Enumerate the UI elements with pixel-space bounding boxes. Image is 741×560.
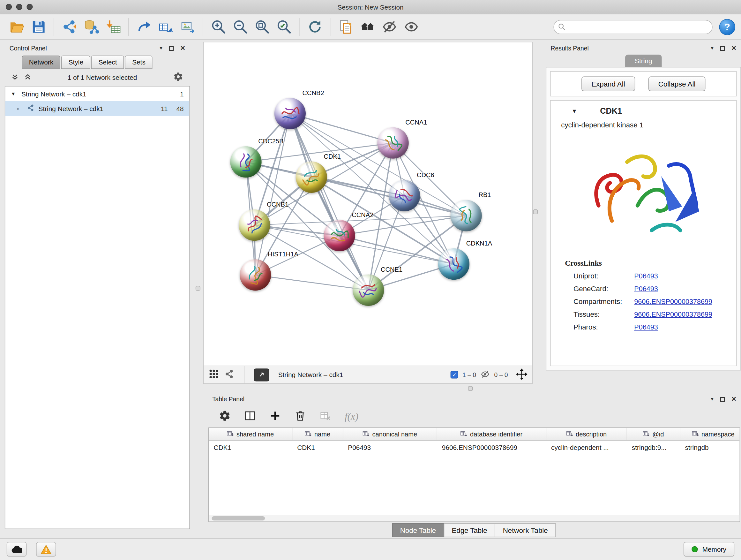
panel-float-icon[interactable] <box>169 46 174 51</box>
show-all-button[interactable] <box>400 16 422 38</box>
table-cell[interactable]: P06493 <box>343 443 437 451</box>
table-cell[interactable]: 9606.ENSP00000378699 <box>437 443 546 451</box>
tree-expand-icon[interactable]: ▼ <box>11 91 17 97</box>
network-node-rb1[interactable] <box>451 200 482 231</box>
pan-crosshair-icon[interactable] <box>516 368 528 381</box>
network-canvas[interactable]: CCNB2CCNA1CDC25BCDK1CDC6RB1CCNB1CCNA2CDK… <box>203 42 533 366</box>
cloud-status-button[interactable] <box>7 542 26 557</box>
collapse-all-button[interactable]: Collapse All <box>649 76 705 91</box>
column-header[interactable]: namespace <box>680 428 740 440</box>
splitter-handle[interactable] <box>468 386 473 391</box>
network-share-icon[interactable] <box>225 369 234 381</box>
new-network-button[interactable] <box>133 16 155 38</box>
tab-sets[interactable]: Sets <box>125 56 152 69</box>
crosslink-link[interactable]: 9606.ENSP00000378699 <box>634 298 736 305</box>
network-node-cdc6[interactable] <box>389 180 420 211</box>
tab-string[interactable]: String <box>625 55 662 67</box>
crosslink-link[interactable]: P06493 <box>634 323 736 331</box>
panel-close-icon[interactable]: × <box>180 44 185 52</box>
crosslink-link[interactable]: 9606.ENSP00000378699 <box>634 310 736 318</box>
refresh-button[interactable] <box>304 16 326 38</box>
hide-selected-button[interactable] <box>379 16 400 38</box>
memory-button[interactable]: Memory <box>684 542 735 557</box>
table-cell[interactable]: CDK1 <box>209 443 293 451</box>
network-node-hist1h1a[interactable] <box>240 259 271 291</box>
network-options-gear-icon[interactable] <box>173 72 183 83</box>
import-network-from-file-button[interactable] <box>58 16 80 38</box>
zoom-fit-button[interactable] <box>251 16 273 38</box>
scrollbar-thumb[interactable] <box>212 516 265 520</box>
column-header[interactable]: description <box>546 428 627 440</box>
import-table-from-file-button[interactable] <box>102 16 124 38</box>
expand-all-button[interactable]: Expand All <box>582 76 635 91</box>
search-input[interactable] <box>553 20 712 34</box>
warnings-button[interactable] <box>36 542 56 557</box>
column-header[interactable]: canonical name <box>343 428 437 440</box>
maximize-window-button[interactable] <box>26 4 32 10</box>
help-button[interactable]: ? <box>719 19 736 35</box>
copy-document-button[interactable] <box>335 16 356 38</box>
crosslink-link[interactable]: P06493 <box>634 285 736 293</box>
panel-menu-icon[interactable]: ▾ <box>711 396 714 401</box>
crosslink-row: Tissues: 9606.ENSP00000378699 <box>551 308 737 320</box>
splitter-handle[interactable] <box>533 209 538 214</box>
column-header[interactable]: @id <box>627 428 680 440</box>
delete-column-trash-icon[interactable] <box>294 410 306 423</box>
tab-select[interactable]: Select <box>91 56 124 69</box>
horizontal-scrollbar[interactable] <box>209 515 740 521</box>
network-node-ccne1[interactable] <box>353 274 384 306</box>
tab-network-table[interactable]: Network Table <box>495 523 556 537</box>
tab-network[interactable]: Network <box>22 56 60 69</box>
tab-edge-table[interactable]: Edge Table <box>444 523 495 537</box>
network-node-ccnb2[interactable] <box>274 98 306 129</box>
network-node-ccna1[interactable] <box>378 127 409 159</box>
table-cell[interactable]: stringdb:9... <box>627 443 680 451</box>
crosslink-link[interactable]: P06493 <box>634 272 736 280</box>
collapse-all-networks-icon[interactable] <box>24 73 31 81</box>
section-collapse-icon[interactable]: ▼ <box>571 108 600 115</box>
export-image-button[interactable] <box>177 16 198 38</box>
close-window-button[interactable] <box>6 4 12 10</box>
zoom-out-button[interactable] <box>229 16 251 38</box>
first-neighbors-button[interactable] <box>356 16 378 38</box>
tab-style[interactable]: Style <box>61 56 90 69</box>
panel-float-icon[interactable] <box>720 397 725 401</box>
network-node-cdkn1a[interactable] <box>438 248 469 280</box>
gene-section-header[interactable]: ▼ CDK1 <box>551 101 737 120</box>
table-cell[interactable]: cyclin-dependent ... <box>546 443 627 451</box>
import-network-from-database-button[interactable] <box>80 16 102 38</box>
network-node-ccnb1[interactable] <box>239 209 270 241</box>
tab-node-table[interactable]: Node Table <box>392 523 444 537</box>
table-row[interactable]: CDK1 CDK1 P06493 9606.ENSP00000378699 cy… <box>209 441 740 453</box>
table-cell[interactable]: stringdb <box>680 443 740 451</box>
network-node-cdc25b[interactable] <box>230 146 261 178</box>
export-table-button[interactable] <box>155 16 177 38</box>
network-node-ccna2[interactable] <box>324 220 355 251</box>
panel-close-icon[interactable]: × <box>731 44 736 52</box>
panel-close-icon[interactable]: × <box>731 395 736 403</box>
panel-float-icon[interactable] <box>720 46 725 51</box>
panel-menu-icon[interactable]: ▾ <box>160 46 162 51</box>
zoom-in-button[interactable] <box>207 16 229 38</box>
open-in-new-window-button[interactable] <box>254 368 269 381</box>
selected-checkbox-icon[interactable]: ✓ <box>451 371 458 379</box>
column-header[interactable]: name <box>292 428 343 440</box>
network-collection-row[interactable]: ▼ String Network – cdk1 1 <box>5 86 189 101</box>
toolbar-separator <box>128 18 129 36</box>
network-row[interactable]: ● String Network – cdk1 11 48 <box>5 101 189 116</box>
minimize-window-button[interactable] <box>16 4 22 10</box>
column-header[interactable]: shared name <box>209 428 293 440</box>
open-session-button[interactable] <box>6 16 27 38</box>
show-columns-icon[interactable] <box>244 410 256 423</box>
add-column-icon[interactable] <box>269 410 281 423</box>
panel-menu-icon[interactable]: ▾ <box>711 46 714 51</box>
column-header[interactable]: database identifier <box>437 428 546 440</box>
zoom-selected-button[interactable] <box>273 16 294 38</box>
splitter-handle[interactable] <box>196 286 200 291</box>
save-session-button[interactable] <box>27 16 49 38</box>
expand-all-networks-icon[interactable] <box>11 73 18 81</box>
birds-eye-view-icon[interactable] <box>208 368 219 381</box>
table-cell[interactable]: CDK1 <box>292 443 343 451</box>
network-node-cdk1[interactable] <box>296 162 327 193</box>
table-settings-gear-icon[interactable] <box>219 410 231 423</box>
